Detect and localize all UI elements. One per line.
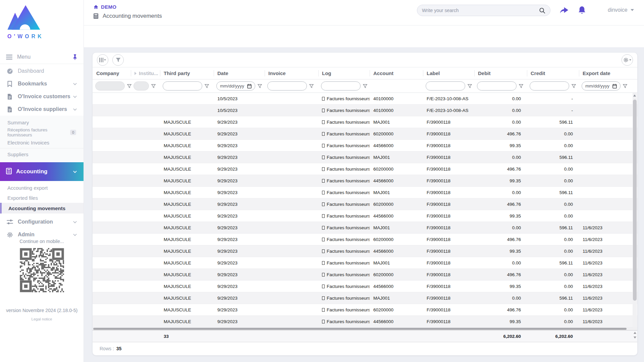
cell-export_date: 11/6/2023 [579,222,637,233]
scroll-up-arrow-icon[interactable] [634,332,636,334]
cell-company [93,198,131,210]
scroll-up-arrow-icon[interactable] [633,95,636,97]
table-settings-button[interactable] [622,54,633,66]
bell-icon[interactable] [578,6,586,15]
table-row[interactable]: MAJUSCULE9/29/2023Factures fournisseurs6… [93,269,637,281]
column-header-credit[interactable]: Credit [527,67,579,79]
search-icon[interactable] [539,7,545,14]
funnel-icon[interactable] [572,84,576,88]
cell-credit: 0.00 [527,245,579,257]
sidebar-item-dashboard[interactable]: Dashboard [0,65,84,77]
column-header-export-date[interactable]: Export date [579,67,637,79]
sidebar-item-oinvoice-customers[interactable]: O'Invoice customers [0,90,84,103]
cell-company [93,152,131,163]
calendar-icon[interactable] [247,84,252,88]
column-header-third-party[interactable]: Third party [160,67,214,79]
horizontal-scrollbar-thumb[interactable] [93,328,627,330]
legal-notice-link[interactable]: Legal notice [0,317,84,321]
search-input[interactable] [422,8,539,13]
company-filter-input [95,81,125,90]
sidebar-subitem-receptions-factures[interactable]: Réceptions factures fournisseurs 0 [0,127,84,137]
sidebar-subitem-exported-files[interactable]: Exported files [0,193,84,203]
share-icon[interactable] [559,6,570,14]
column-header-log[interactable]: Log [318,67,370,79]
log-filter-input[interactable] [321,81,361,90]
sidebar-item-oinvoice-suppliers[interactable]: O'Invoice suppliers [0,103,84,116]
table-row[interactable]: MAJUSCULE9/29/2023Factures fournisseurs4… [93,175,637,187]
sidebar-subitem-accounting-export[interactable]: Accounting export [0,183,84,193]
column-header-date[interactable]: Date [214,67,265,79]
table-row[interactable]: MAJUSCULE9/29/2023Factures fournisseurs4… [93,245,637,257]
export-date-filter-input[interactable]: mm/dd/yyyy [582,81,621,90]
label-filter-input[interactable] [426,81,465,90]
search-bar[interactable] [417,5,550,16]
cell-debit: 99.35 [474,245,527,257]
table-row[interactable]: 10/5/2023Factures fournisseurs40100000F/… [93,105,637,116]
funnel-icon[interactable] [309,84,314,88]
table-row[interactable]: MAJUSCULE9/29/2023Factures fournisseursM… [93,152,637,163]
table-row[interactable]: MAJUSCULE9/29/2023Factures fournisseurs4… [93,281,637,292]
table-row[interactable]: MAJUSCULE9/29/2023Factures fournisseurs6… [93,304,637,316]
sidebar-subitem-accounting-movements[interactable]: Accounting movements [0,203,84,214]
column-header-invoice[interactable]: Invoice [265,67,318,79]
funnel-icon[interactable] [363,84,367,88]
sidebar-subitem-electronic-invoices[interactable]: Electronic Invoices [0,137,84,147]
table-row[interactable]: MAJUSCULE9/29/2023Factures fournisseurs4… [93,140,637,152]
funnel-icon[interactable] [468,84,472,88]
cell-institution [131,152,160,163]
column-header-company[interactable]: Company [93,67,131,79]
invoice-file-icon [6,94,13,100]
calendar-icon[interactable] [612,84,617,88]
column-header-label[interactable]: Label [423,67,474,79]
header-divider [84,25,644,25]
funnel-icon[interactable] [623,84,627,88]
date-filter-input[interactable]: mm/dd/yyyy [216,81,255,90]
cell-label: F/39000118 [423,269,474,280]
sidebar-subitem-suppliers[interactable]: Suppliers [0,149,84,159]
sidebar-bottom: Continue on mobile... version Novembre 2… [0,239,84,321]
column-header-account[interactable]: Account [370,67,423,79]
columns-button[interactable] [97,54,108,66]
cell-credit: 596.11 [527,187,579,198]
table-row[interactable]: MAJUSCULE9/29/2023Factures fournisseurs6… [93,163,637,175]
filter-button[interactable] [112,54,124,66]
sidebar-item-configuration[interactable]: Configuration [0,216,84,228]
sidebar-subitem-summary[interactable]: Summary [0,117,84,127]
invoice-filter-input[interactable] [267,81,307,90]
table-row[interactable]: MAJUSCULE9/29/2023Factures fournisseursM… [93,116,637,128]
table-row[interactable]: MAJUSCULE9/29/2023Factures fournisseurs4… [93,316,637,327]
table-row[interactable]: MAJUSCULE9/29/2023Factures fournisseurs6… [93,128,637,140]
cell-institution [131,140,160,151]
subitem-label: Accounting export [7,185,76,191]
third-party-filter-input[interactable] [163,81,202,90]
funnel-icon[interactable] [258,84,262,88]
credit-filter-input[interactable] [530,81,569,90]
table-row[interactable]: MAJUSCULE9/29/2023Factures fournisseurs6… [93,234,637,245]
cell-date: 9/29/2023 [214,234,265,245]
funnel-icon[interactable] [151,84,156,88]
table-row[interactable]: MAJUSCULE9/29/2023Factures fournisseurs6… [93,198,637,210]
column-header-debit[interactable]: Debit [474,67,527,79]
table-row[interactable]: MAJUSCULE9/29/2023Factures fournisseursM… [93,222,637,234]
table-row[interactable]: MAJUSCULE9/29/2023Factures fournisseurs4… [93,210,637,222]
scroll-down-arrow-icon[interactable] [634,337,636,339]
sidebar-item-accounting[interactable]: Accounting [0,162,84,181]
table-row[interactable]: MAJUSCULE9/29/2023Factures fournisseursM… [93,292,637,304]
cell-invoice [265,140,318,151]
subitem-label: Exported files [7,195,76,201]
column-header-institution[interactable]: Institu... [131,67,160,79]
table-row[interactable]: MAJUSCULE9/29/2023Factures fournisseursM… [93,257,637,269]
table-row[interactable]: 10/5/2023Factures fournisseurs40100000F/… [93,93,637,105]
funnel-icon[interactable] [519,84,523,88]
breadcrumb-root[interactable]: DEMO [93,4,162,10]
vertical-scrollbar-thumb[interactable] [633,100,637,301]
funnel-icon[interactable] [205,84,209,88]
table-row[interactable]: MAJUSCULE9/29/2023Factures fournisseursM… [93,187,637,198]
cell-label: F/E-2023-10-008-AS [423,93,474,104]
debit-filter-input[interactable] [477,81,517,90]
sidebar-item-bookmarks[interactable]: Bookmarks [0,77,84,90]
cell-log: Factures fournisseurs [318,105,370,116]
hamburger-icon[interactable] [6,55,12,60]
user-menu[interactable]: dinvoice [608,7,634,13]
pin-icon[interactable] [72,54,77,60]
